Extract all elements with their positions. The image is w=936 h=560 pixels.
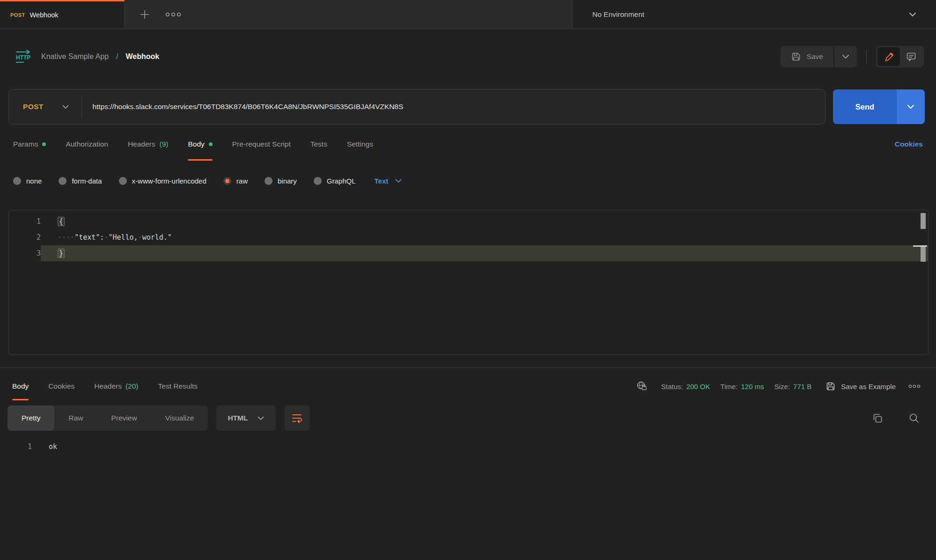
radio-x-www-form-urlencoded[interactable]: x-www-form-urlencoded — [119, 177, 206, 185]
response-tab-test-results[interactable]: Test Results — [158, 368, 198, 405]
send-button[interactable]: Send — [833, 89, 897, 124]
tab-label: Headers — [128, 140, 155, 148]
radio-binary[interactable]: binary — [265, 177, 297, 185]
view-raw[interactable]: Raw — [54, 405, 97, 431]
svg-text:HTTP: HTTP — [16, 54, 30, 61]
view-pretty[interactable]: Pretty — [7, 405, 54, 431]
radio-label: x-www-form-urlencoded — [132, 177, 206, 185]
method-selector[interactable]: POST — [9, 103, 81, 111]
response-tab-body[interactable]: Body — [12, 368, 29, 405]
tab-pre-request-script[interactable]: Pre-request Script — [232, 125, 291, 164]
comments-button[interactable] — [900, 47, 922, 66]
response-headers-count: (20) — [125, 382, 139, 391]
save-button-group: Save — [781, 46, 857, 67]
editor-scrollbar-thumb[interactable] — [921, 213, 926, 229]
search-icon — [908, 412, 920, 424]
wrap-lines-button[interactable] — [284, 405, 310, 431]
format-label: Text — [375, 177, 389, 185]
tab-headers[interactable]: Headers (9) — [128, 125, 169, 164]
tab-label: Test Results — [158, 382, 198, 391]
response-section: Body Cookies Headers (20) Test Results — [0, 368, 936, 454]
radio-icon — [119, 177, 127, 185]
raw-format-selector[interactable]: Text — [375, 177, 403, 185]
tab-authorization[interactable]: Authorization — [66, 125, 108, 164]
radio-label: binary — [278, 177, 297, 185]
tab-body[interactable]: Body — [188, 125, 212, 164]
time-pair: Time: 120 ms — [721, 383, 764, 391]
code-line[interactable]: 2····"text":·"Hello,·world." — [9, 229, 928, 245]
plus-icon — [139, 8, 151, 21]
save-as-example-button[interactable]: Save as Example — [825, 381, 896, 391]
response-tab-headers[interactable]: Headers (20) — [94, 368, 138, 405]
tab-options-button[interactable] — [161, 8, 185, 21]
body-indicator-dot — [209, 142, 213, 146]
edit-mode-button[interactable] — [877, 47, 900, 66]
tab-settings[interactable]: Settings — [347, 125, 373, 164]
save-options-button[interactable] — [834, 46, 857, 67]
editor-lines[interactable]: 1{2····"text":·"Hello,·world."3} — [9, 214, 928, 261]
breadcrumb: HTTP Knative Sample App / Webhook — [14, 49, 159, 64]
more-options-icon — [165, 12, 182, 17]
chevron-down-icon — [907, 104, 915, 110]
radio-icon — [59, 177, 66, 185]
response-format-selector[interactable]: HTML — [216, 405, 276, 431]
breadcrumb-request-name[interactable]: Webhook — [126, 52, 160, 61]
line-content: } — [41, 245, 928, 261]
view-visualize[interactable]: Visualize — [151, 405, 208, 431]
tab-label: Authorization — [66, 140, 108, 148]
radio-label: GraphQL — [327, 177, 356, 185]
radio-icon-selected — [223, 177, 231, 185]
save-button-label: Save — [807, 52, 823, 61]
radio-icon — [314, 177, 322, 185]
code-line[interactable]: 1{ — [9, 214, 928, 229]
url-input[interactable] — [82, 89, 825, 124]
method-label: POST — [23, 103, 43, 111]
response-tab-cookies[interactable]: Cookies — [48, 368, 74, 405]
copy-response-button[interactable] — [870, 410, 885, 426]
tab-title: Webhook — [30, 11, 59, 19]
size-value: 771 B — [793, 383, 811, 391]
response-format-label: HTML — [228, 414, 248, 422]
size-label: Size: — [774, 383, 790, 391]
editor-cursor-marker-bar — [921, 247, 926, 262]
radio-icon — [13, 177, 21, 185]
status-label: Status: — [661, 383, 683, 391]
chevron-down-icon — [257, 416, 265, 421]
environment-selector[interactable]: No Environment — [572, 0, 936, 29]
radio-raw[interactable]: raw — [223, 177, 248, 185]
response-options-button[interactable] — [905, 381, 924, 391]
time-label: Time: — [721, 383, 738, 391]
radio-none[interactable]: none — [13, 177, 42, 185]
cookies-link[interactable]: Cookies — [895, 140, 923, 148]
search-response-button[interactable] — [906, 410, 922, 426]
response-view-switch: Pretty Raw Preview Visualize — [7, 405, 208, 431]
tab-bar: POST Webhook No Environment — [0, 0, 936, 29]
tab-params[interactable]: Params — [13, 125, 46, 164]
tab-strip — [125, 0, 572, 29]
url-row: POST Send — [0, 89, 936, 125]
tab-label: Cookies — [48, 382, 74, 391]
url-bar: POST — [8, 89, 825, 125]
globe-lock-icon — [636, 380, 649, 392]
response-meta: Status: 200 OK Time: 120 ms Size: 771 B — [634, 378, 924, 394]
send-options-button[interactable] — [897, 89, 925, 124]
new-tab-button[interactable] — [135, 5, 155, 24]
request-body-editor[interactable]: 1{2····"text":·"Hello,·world."3} — [8, 210, 929, 355]
response-body-viewer[interactable]: 1 ok — [0, 439, 936, 454]
tab-tests[interactable]: Tests — [310, 125, 327, 164]
request-tabs: Params Authorization Headers (9) Body Pr… — [0, 125, 936, 164]
environment-label: No Environment — [592, 10, 644, 19]
network-info-button[interactable] — [634, 378, 651, 394]
radio-label: none — [26, 177, 42, 185]
radio-form-data[interactable]: form-data — [59, 177, 102, 185]
request-tab[interactable]: POST Webhook — [0, 0, 125, 29]
save-button[interactable]: Save — [781, 46, 833, 67]
tab-label: Body — [188, 140, 204, 148]
code-line[interactable]: 3} — [9, 245, 928, 261]
line-number: 2 — [9, 229, 41, 245]
line-content: ····"text":·"Hello,·world." — [41, 229, 928, 245]
time-value: 120 ms — [741, 383, 764, 391]
view-preview[interactable]: Preview — [97, 405, 151, 431]
breadcrumb-collection[interactable]: Knative Sample App — [41, 52, 109, 61]
radio-graphql[interactable]: GraphQL — [314, 177, 356, 185]
